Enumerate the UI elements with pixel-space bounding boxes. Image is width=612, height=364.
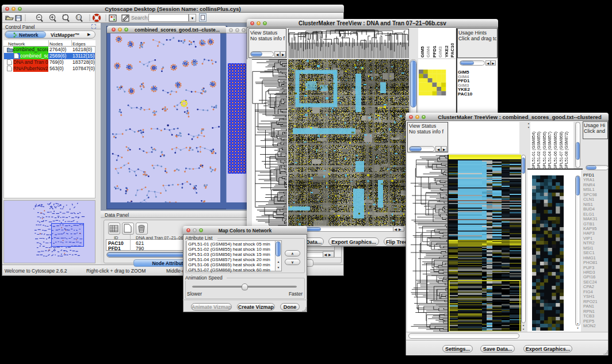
svg-text:1:1: 1:1 [77, 16, 81, 19]
